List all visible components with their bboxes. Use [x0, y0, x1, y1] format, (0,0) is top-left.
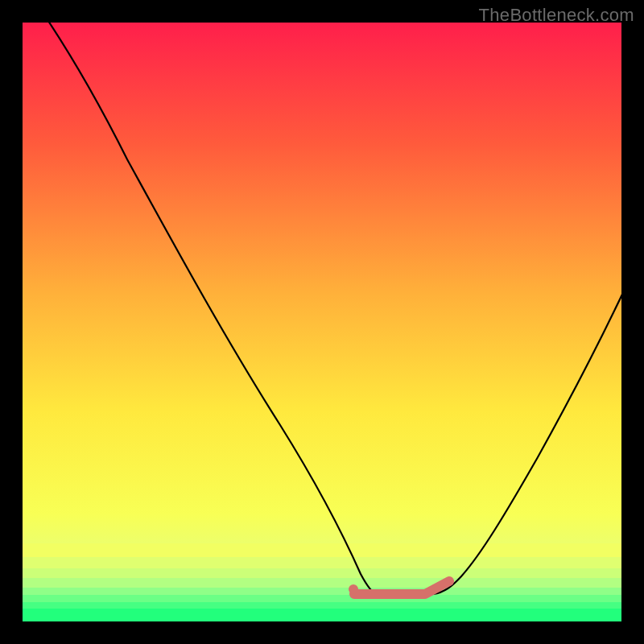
bottleneck-curve — [45, 23, 621, 596]
curve-layer — [23, 23, 621, 621]
overlay-point — [349, 584, 358, 594]
watermark-text: TheBottleneck.com — [479, 5, 634, 26]
plot-area — [23, 23, 621, 621]
